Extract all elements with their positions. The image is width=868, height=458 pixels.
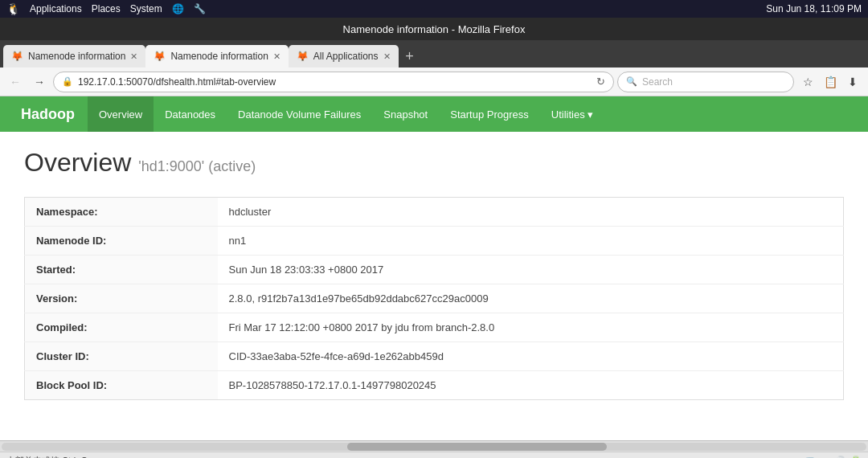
row-value-2: Sun Jun 18 23:03:33 +0800 2017 [218, 256, 844, 284]
nav-startup-progress[interactable]: Startup Progress [439, 96, 540, 132]
status-bar: 内部单击或按 Ctrl+G。 💻 🖨 🔊 🔋 [0, 452, 868, 458]
tab-1[interactable]: 🦊 Namenode information ✕ [145, 45, 288, 67]
row-value-5: CID-33ae3aba-52fe-4fce-a69d-1e262abb459d [218, 342, 844, 371]
nav-snapshot[interactable]: Snapshot [372, 96, 439, 132]
download-button[interactable]: ⬇ [842, 72, 863, 92]
firefox-icon-1: 🦊 [154, 51, 166, 62]
bookmark-star-button[interactable]: ☆ [797, 72, 818, 92]
tab-2-label: All Applications [313, 51, 379, 62]
row-value-3: 2.8.0, r91f2b7a13d1e97be65db92ddabc627cc… [218, 284, 844, 313]
os-titlebar: 🐧 Applications Places System 🌐 🔧 Sun Jun… [0, 0, 868, 18]
tab-1-close[interactable]: ✕ [273, 51, 280, 62]
table-row: Block Pool ID: BP-1028578850-172.17.0.1-… [25, 371, 844, 400]
lock-icon: 🔒 [62, 76, 73, 87]
nav-datanode-volume-failures[interactable]: Datanode Volume Failures [227, 96, 372, 132]
browser-titlebar: Namenode information - Mozilla Firefox [0, 18, 868, 40]
tab-2[interactable]: 🦊 All Applications ✕ [289, 45, 399, 67]
scrollbar-thumb[interactable] [347, 443, 607, 451]
tab-0[interactable]: 🦊 Namenode information ✕ [3, 45, 145, 67]
search-bar[interactable]: 🔍 Search [617, 72, 794, 92]
back-button[interactable]: ← [5, 72, 26, 92]
hadoop-nav: Hadoop Overview Datanodes Datanode Volum… [0, 96, 868, 132]
search-placeholder: Search [642, 76, 673, 88]
address-text: 192.17.0.1:50070/dfshealth.html#tab-over… [78, 76, 588, 88]
table-row: Cluster ID: CID-33ae3aba-52fe-4fce-a69d-… [25, 342, 844, 371]
tab-0-label: Namenode information [28, 51, 125, 62]
nav-right-icons: ☆ 📋 ⬇ [797, 72, 863, 92]
info-table: Namespace: hdcluster Namenode ID: nn1 St… [24, 197, 844, 400]
firefox-icon-2: 🦊 [297, 51, 309, 62]
bookmark-button[interactable]: 📋 [820, 72, 841, 92]
row-value-6: BP-1028578850-172.17.0.1-1497798020245 [218, 371, 844, 400]
tab-0-close[interactable]: ✕ [130, 51, 137, 62]
search-icon: 🔍 [626, 76, 637, 87]
forward-button[interactable]: → [29, 72, 50, 92]
table-row: Namenode ID: nn1 [25, 227, 844, 256]
table-row: Namespace: hdcluster [25, 198, 844, 227]
row-label-0: Namespace: [25, 198, 218, 227]
system-menu[interactable]: System [130, 3, 162, 14]
hadoop-brand: Hadoop [8, 96, 88, 132]
applications-menu[interactable]: Applications [30, 3, 82, 14]
status-text: 内部单击或按 Ctrl+G。 [6, 455, 96, 458]
tab-2-close[interactable]: ✕ [383, 51, 391, 62]
os-logo-icon: 🐧 [6, 2, 20, 15]
tab-1-label: Namenode information [170, 51, 268, 62]
row-label-1: Namenode ID: [25, 227, 218, 256]
row-label-4: Compiled: [25, 313, 218, 342]
row-value-0: hdcluster [218, 198, 844, 227]
row-value-1: nn1 [218, 227, 844, 256]
table-row: Started: Sun Jun 18 23:03:33 +0800 2017 [25, 256, 844, 284]
page-title: Overview 'hd1:9000' (active) [24, 148, 844, 178]
scrollbar-area[interactable] [0, 440, 868, 452]
table-row: Compiled: Fri Mar 17 12:12:00 +0800 2017… [25, 313, 844, 342]
scrollbar-track[interactable] [2, 443, 866, 451]
nav-datanodes[interactable]: Datanodes [154, 96, 227, 132]
address-bar[interactable]: 🔒 192.17.0.1:50070/dfshealth.html#tab-ov… [53, 72, 614, 92]
browser-title: Namenode information - Mozilla Firefox [343, 23, 526, 35]
settings-icon: 🔧 [194, 3, 206, 14]
os-datetime: Sun Jun 18, 11:09 PM [766, 3, 862, 14]
nav-bar: ← → 🔒 192.17.0.1:50070/dfshealth.html#ta… [0, 67, 868, 96]
row-label-2: Started: [25, 256, 218, 284]
row-label-3: Version: [25, 284, 218, 313]
main-content: Overview 'hd1:9000' (active) Namespace: … [0, 132, 868, 440]
places-menu[interactable]: Places [92, 3, 121, 14]
os-titlebar-left: 🐧 Applications Places System 🌐 🔧 [6, 2, 206, 15]
nav-utilities[interactable]: Utilities ▾ [540, 96, 605, 132]
network-icon: 🌐 [172, 3, 184, 14]
page-title-text: Overview [24, 148, 131, 177]
row-label-5: Cluster ID: [25, 342, 218, 371]
reload-button[interactable]: ↻ [596, 76, 605, 88]
table-row: Version: 2.8.0, r91f2b7a13d1e97be65db92d… [25, 284, 844, 313]
tab-bar: 🦊 Namenode information ✕ 🦊 Namenode info… [0, 40, 868, 67]
page-subtitle: 'hd1:9000' (active) [138, 158, 256, 174]
row-value-4: Fri Mar 17 12:12:00 +0800 2017 by jdu fr… [218, 313, 844, 342]
firefox-icon: 🦊 [11, 51, 23, 62]
nav-overview[interactable]: Overview [88, 96, 154, 132]
row-label-6: Block Pool ID: [25, 371, 218, 400]
new-tab-button[interactable]: + [399, 45, 421, 67]
